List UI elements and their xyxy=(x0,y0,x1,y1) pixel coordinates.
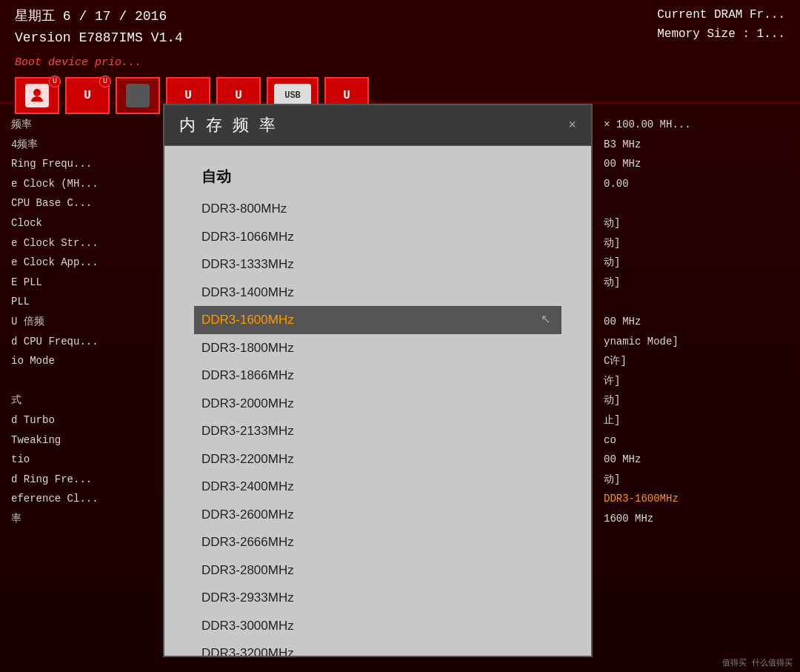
right-item-14: 动] xyxy=(604,390,789,410)
bios-dram-freq: Current DRAM Fr... xyxy=(657,6,785,25)
memory-option-14[interactable]: DDR3-2800MHz xyxy=(194,556,561,585)
right-item-9 xyxy=(604,292,789,312)
modal-title: 内 存 频 率 xyxy=(179,114,279,136)
bios-version: Version E7887IMS V1.4 xyxy=(15,27,183,49)
right-item-12: C许] xyxy=(604,351,789,371)
right-item-7: 动] xyxy=(604,253,789,273)
right-item-10: 00 MHz xyxy=(604,312,789,332)
memory-option-15[interactable]: DDR3-2933MHz xyxy=(194,584,561,612)
right-item-8: 动] xyxy=(604,273,789,293)
right-item-3: 0.00 xyxy=(604,174,789,194)
bios-boot-device-label: Boot device prio... xyxy=(0,55,800,70)
cursor-icon: ↖ xyxy=(541,310,550,328)
memory-option-6[interactable]: DDR3-1800MHz xyxy=(194,334,561,362)
right-item-17: 00 MHz xyxy=(604,450,789,470)
memory-option-2[interactable]: DDR3-1066MHz xyxy=(194,223,561,251)
memory-option-0[interactable]: 自动 xyxy=(194,161,561,195)
watermark: 值得买 什么值得买 xyxy=(722,657,793,668)
bios-icon-badge-0: U xyxy=(49,76,61,87)
right-item-0: × 100.00 MH... xyxy=(604,115,789,135)
right-item-11: ynamic Mode] xyxy=(604,332,789,352)
right-item-13: 许] xyxy=(604,371,789,391)
right-item-18: 动] xyxy=(604,470,789,490)
right-item-20: 1600 MHz xyxy=(604,509,789,529)
memory-option-11[interactable]: DDR3-2400MHz xyxy=(194,473,561,501)
svg-point-0 xyxy=(33,89,41,96)
bios-date: 星期五 6 / 17 / 2016 xyxy=(15,6,183,27)
modal-options-list: 自动DDR3-800MHzDDR3-1066MHzDDR3-1333MHzDDR… xyxy=(164,146,591,656)
right-item-4 xyxy=(604,193,789,213)
right-item-19: DDR3-1600MHz xyxy=(604,489,789,509)
modal-titlebar: 内 存 频 率 × xyxy=(164,105,591,146)
bios-right-panel: × 100.00 MH... B3 MHz 00 MHz 0.00 动] 动] … xyxy=(593,107,800,672)
memory-frequency-modal: 内 存 频 率 × 自动DDR3-800MHzDDR3-1066MHzDDR3-… xyxy=(163,104,593,657)
memory-option-9[interactable]: DDR3-2133MHz xyxy=(194,417,561,445)
memory-option-7[interactable]: DDR3-1866MHz xyxy=(194,362,561,390)
memory-option-3[interactable]: DDR3-1333MHz xyxy=(194,250,561,279)
memory-option-12[interactable]: DDR3-2600MHz xyxy=(194,501,561,529)
right-item-1: B3 MHz xyxy=(604,135,789,155)
memory-option-17[interactable]: DDR3-3200MHz xyxy=(194,639,561,656)
memory-option-16[interactable]: DDR3-3000MHz xyxy=(194,612,561,640)
right-item-15: 止] xyxy=(604,410,789,430)
bios-date-version: 星期五 6 / 17 / 2016 Version E7887IMS V1.4 xyxy=(15,6,183,49)
bios-icon-inner-1: U xyxy=(76,84,99,107)
memory-option-5[interactable]: DDR3-1600MHz↖ xyxy=(194,306,561,334)
right-item-2: 00 MHz xyxy=(604,154,789,174)
memory-option-10[interactable]: DDR3-2200MHz xyxy=(194,445,561,473)
bios-icon-inner-0 xyxy=(25,84,49,107)
modal-close-button[interactable]: × xyxy=(568,118,576,133)
bios-memory-size: Memory Size : 1... xyxy=(657,25,785,44)
memory-option-1[interactable]: DDR3-800MHz xyxy=(194,195,561,223)
bios-icon-badge-1: U xyxy=(99,76,111,87)
memory-option-8[interactable]: DDR3-2000MHz xyxy=(194,390,561,418)
memory-option-4[interactable]: DDR3-1400MHz xyxy=(194,279,561,307)
right-item-6: 动] xyxy=(604,233,789,253)
bios-icon-inner-2 xyxy=(126,84,150,107)
memory-option-13[interactable]: DDR3-2666MHz xyxy=(194,528,561,556)
bios-header: 星期五 6 / 17 / 2016 Version E7887IMS V1.4 … xyxy=(0,0,800,104)
right-item-5: 动] xyxy=(604,213,789,233)
right-item-16: co xyxy=(604,430,789,450)
bios-dram-info: Current DRAM Fr... Memory Size : 1... xyxy=(657,6,785,49)
